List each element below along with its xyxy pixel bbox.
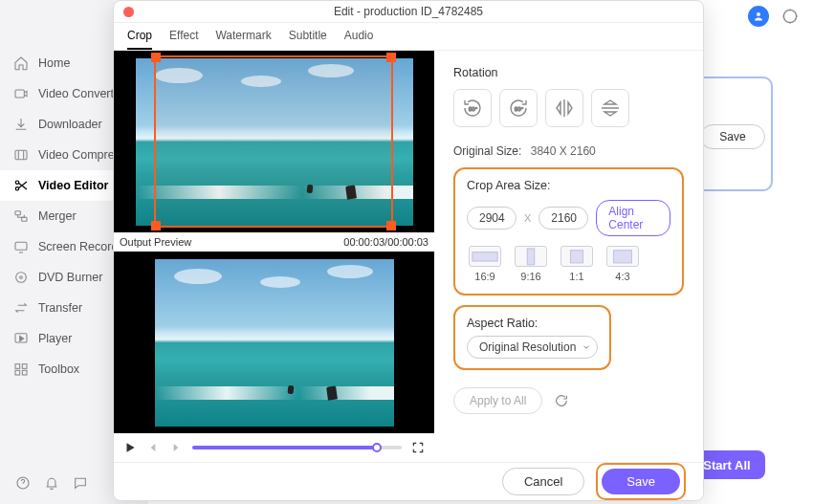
aspect-ratio-title: Aspect Ratio: [467, 317, 598, 330]
svg-rect-6 [15, 242, 27, 250]
svg-point-8 [20, 276, 23, 279]
crop-size-sep: X [524, 212, 531, 224]
svg-rect-21 [570, 251, 582, 263]
svg-rect-22 [614, 251, 632, 263]
timecode: 00:00:03/00:00:03 [343, 236, 428, 248]
svg-rect-12 [15, 370, 20, 375]
svg-rect-4 [15, 211, 20, 215]
original-size-row: Original Size: 3840 X 2160 [453, 144, 684, 158]
download-icon [13, 117, 29, 132]
sidebar-item-label: Downloader [38, 118, 102, 131]
converter-icon [13, 86, 29, 101]
sidebar-item-label: Transfer [38, 301, 82, 315]
controls-column: Rotation 90° 90° Original Size: 3840 X 2… [434, 51, 703, 462]
sidebar-item-label: Home [38, 56, 70, 70]
edit-tabs: Crop Effect Watermark Subtitle Audio [114, 23, 703, 51]
ratio-9-16[interactable]: 9:16 [513, 246, 549, 282]
transfer-icon [13, 300, 29, 316]
play-icon [13, 331, 29, 346]
cancel-button[interactable]: Cancel [502, 468, 584, 495]
flip-horizontal-button[interactable] [545, 89, 583, 127]
svg-point-7 [16, 273, 27, 283]
modal-footer: Cancel Save [114, 462, 703, 500]
svg-text:90°: 90° [515, 106, 524, 112]
tab-watermark[interactable]: Watermark [215, 29, 271, 50]
tab-crop[interactable]: Crop [127, 29, 152, 50]
bell-icon[interactable] [44, 475, 59, 491]
support-icon[interactable] [780, 7, 800, 26]
original-size-value: 3840 X 2160 [531, 144, 596, 158]
preview-column: Output Preview 00:00:03/00:00:03 [114, 51, 434, 462]
svg-rect-0 [15, 90, 24, 98]
aspect-ratio-dropdown[interactable]: Original Resolution [467, 336, 598, 359]
crop-handles[interactable] [154, 55, 393, 228]
preview-bar: Output Preview 00:00:03/00:00:03 [114, 232, 434, 252]
crop-area-group: Crop Area Size: 2904 X 2160 Align Center… [453, 167, 684, 296]
compressor-icon [13, 147, 29, 163]
outer-save-button[interactable]: Save [700, 124, 765, 149]
modal-title: Edit - production ID_4782485 [114, 5, 703, 18]
svg-point-16 [783, 10, 796, 22]
sidebar-item-label: DVD Burner [38, 271, 102, 284]
reset-icon[interactable] [554, 393, 569, 408]
output-preview-label: Output Preview [120, 236, 191, 248]
svg-point-15 [757, 12, 760, 16]
ratio-16-9[interactable]: 16:9 [467, 246, 503, 282]
disc-icon [13, 270, 29, 285]
sidebar-item-label: Player [38, 332, 72, 345]
merger-icon [13, 208, 29, 224]
timeline-slider[interactable] [192, 446, 402, 449]
modal-header: Edit - production ID_4782485 [114, 1, 703, 23]
sidebar-item-label: Video Editor [38, 179, 108, 192]
rotation-title: Rotation [453, 66, 684, 79]
svg-rect-13 [22, 370, 27, 375]
output-preview [114, 252, 434, 433]
svg-rect-19 [472, 252, 497, 261]
ratio-4-3[interactable]: 4:3 [604, 246, 641, 282]
player-bar [114, 433, 434, 462]
save-highlight: Save [596, 463, 686, 500]
tab-audio[interactable]: Audio [344, 29, 374, 50]
ratio-1-1[interactable]: 1:1 [559, 246, 595, 282]
avatar[interactable] [748, 6, 769, 27]
sidebar-item-label: Merger [38, 209, 77, 223]
align-center-button[interactable]: Align Center [596, 200, 670, 236]
rotate-cw-button[interactable]: 90° [499, 89, 538, 127]
svg-rect-11 [22, 364, 27, 369]
scissors-icon [13, 178, 29, 193]
apply-to-all-button[interactable]: Apply to All [453, 387, 542, 414]
crop-height-input[interactable]: 2160 [538, 207, 588, 230]
play-button[interactable] [123, 441, 137, 454]
sidebar-item-label: Video Converter [38, 87, 124, 100]
edit-modal: Edit - production ID_4782485 Crop Effect… [113, 0, 704, 501]
svg-text:90°: 90° [469, 106, 478, 112]
sidebar-item-label: Toolbox [38, 362, 79, 376]
crop-preview[interactable] [114, 51, 434, 232]
tab-effect[interactable]: Effect [169, 29, 198, 50]
tab-subtitle[interactable]: Subtitle [289, 29, 327, 50]
crop-width-input[interactable]: 2904 [467, 207, 516, 230]
help-icon[interactable] [15, 475, 31, 491]
save-button[interactable]: Save [602, 469, 680, 494]
svg-rect-5 [22, 217, 27, 221]
prev-frame-button[interactable] [146, 441, 160, 454]
recorder-icon [13, 239, 29, 254]
flip-vertical-button[interactable] [591, 89, 629, 127]
original-size-label: Original Size: [453, 144, 521, 158]
toolbox-icon [13, 362, 29, 377]
home-icon [13, 55, 29, 71]
svg-rect-1 [15, 150, 27, 159]
next-frame-button[interactable] [169, 441, 183, 454]
crop-area-title: Crop Area Size: [467, 179, 670, 192]
svg-rect-10 [15, 364, 20, 369]
aspect-ratio-group: Aspect Ratio: Original Resolution [453, 305, 611, 370]
svg-rect-20 [527, 249, 535, 265]
feedback-icon[interactable] [73, 475, 88, 491]
chevron-down-icon [582, 342, 591, 352]
rotate-ccw-button[interactable]: 90° [453, 89, 492, 127]
fullscreen-icon[interactable] [411, 441, 425, 454]
